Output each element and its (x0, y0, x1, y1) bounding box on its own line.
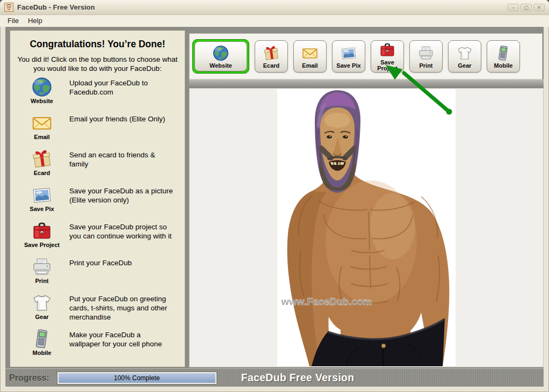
progress-bar: 100% Complete (57, 372, 216, 384)
sidebar-item-ecard: Ecard Send an ecard to friends & family (10, 148, 185, 184)
toolbar-button-gear[interactable]: Gear (448, 40, 481, 72)
toolbar-button-label: Save Pix (336, 63, 360, 69)
sidebar-item-caption: Email (34, 134, 49, 140)
sidebar-item-website: Website Upload your FaceDub to Facedub.c… (10, 76, 185, 112)
printer-icon (31, 256, 53, 278)
facedub-photo: www.FaceDub.com (277, 89, 456, 366)
globe-icon (212, 45, 229, 62)
app-icon (4, 3, 13, 12)
sidebar-item-save-pix: Save Pix Save your FaceDub as a picture … (10, 184, 185, 220)
main-canvas: www.FaceDub.com (189, 88, 544, 367)
tshirt-icon (31, 292, 53, 314)
toolbar-button-wrap-print: Print (409, 40, 443, 72)
toolbar-button-save-project[interactable]: Save Project (371, 40, 404, 72)
window-title: FaceDub - Free Version (17, 3, 95, 11)
watermark: www.FaceDub.com (281, 296, 372, 307)
globe-icon (31, 76, 53, 98)
gift-icon (263, 45, 280, 62)
toolbar-button-mobile[interactable]: Mobile (487, 40, 520, 72)
title-bar: FaceDub - Free Version – ▢ ✕ (0, 0, 549, 15)
toolbar-button-label: Email (302, 63, 317, 69)
toolbar-button-wrap-gear: Gear (448, 40, 481, 72)
toolbar-button-ecard[interactable]: Ecard (255, 40, 288, 72)
toolbar-button-save-pix[interactable]: Save Pix (332, 40, 365, 72)
sidebar-item-mobile: Mobile Make your FaceDub a wallpaper for… (10, 328, 185, 364)
sidebar-item-description: Upload your FaceDub to Facedub.com (61, 76, 179, 97)
status-bar: Progress: 100% Complete FaceDub Free Ver… (5, 368, 544, 387)
toolbar-button-label: Website (210, 63, 232, 69)
gift-icon (31, 148, 53, 170)
toolbar-button-wrap-mobile: Mobile (487, 40, 520, 72)
progress-value: 100% Complete (59, 373, 215, 383)
sidebar-item-description: Save your FaceDub project so you can con… (61, 220, 179, 241)
toolbar-button-wrap-save-project: Save Project (371, 40, 404, 72)
toolbar-button-wrap-ecard: Ecard (255, 40, 288, 72)
sidebar-item-description: Save your FaceDub as a picture (Elite ve… (61, 184, 179, 205)
toolbar-button-print[interactable]: Print (409, 40, 443, 72)
toolbar-button-email[interactable]: Email (293, 40, 327, 72)
sidebar-panel: Congratulations! You’re Done! You did it… (10, 30, 185, 367)
sidebar-list: Website Upload your FaceDub to Facedub.c… (10, 76, 185, 364)
progress-label: Progress: (9, 373, 49, 383)
maximize-button[interactable]: ▢ (521, 4, 532, 11)
sidebar-item-caption: Save Project (24, 242, 60, 248)
sidebar-item-description: Put your FaceDub on greeting cards, t-sh… (61, 292, 179, 322)
sidebar-item-caption: Ecard (34, 170, 50, 176)
sidebar-item-email: Email Email your friends (Elite Only) (10, 112, 185, 148)
menu-item-help[interactable]: Help (24, 16, 48, 26)
phone-icon (31, 328, 53, 350)
minimize-button[interactable]: – (508, 4, 519, 11)
toolbar-button-label: Print (419, 63, 432, 69)
toolbar-button-label: Save Project (372, 60, 402, 71)
sidebar-item-caption: Mobile (33, 350, 52, 356)
printer-icon (417, 45, 435, 62)
toolbar-separator (189, 79, 544, 88)
sidebar-item-save-project: Save Project Save your FaceDub project s… (10, 220, 185, 256)
toolbar-panel: Website Ecard Email Save Pix Save Projec… (189, 33, 543, 79)
sidebar-item-caption: Gear (35, 314, 48, 320)
app-window: FaceDub - Free Version – ▢ ✕ File Help C… (0, 0, 549, 392)
sidebar-item-description: Print your FaceDub (61, 256, 179, 267)
sidebar-subheading: You did it! Click on the top buttons to … (17, 55, 178, 73)
sidebar-item-caption: Website (31, 98, 53, 104)
email-icon (31, 112, 53, 134)
toolbar-button-wrap-save-pix: Save Pix (332, 40, 365, 72)
menu-bar: File Help (0, 15, 549, 27)
toolbox-icon (379, 41, 396, 59)
phone-icon (495, 45, 512, 62)
toolbar-button-wrap-website: Website (192, 39, 249, 74)
toolbar-button-label: Ecard (263, 63, 280, 69)
toolbar-button-wrap-email: Email (293, 40, 327, 72)
picture-icon (31, 184, 53, 206)
sidebar-item-print: Print Print your FaceDub (10, 256, 185, 292)
sidebar-item-gear: Gear Put your FaceDub on greeting cards,… (10, 292, 185, 328)
toolbar-button-label: Mobile (494, 63, 513, 69)
toolbar-button-label: Gear (458, 63, 471, 69)
email-icon (301, 45, 319, 62)
sidebar-item-description: Email your friends (Elite Only) (61, 112, 179, 124)
sidebar-item-caption: Save Pix (30, 206, 54, 212)
sidebar-item-caption: Print (35, 278, 48, 284)
status-caption: FaceDub Free Version (241, 372, 355, 384)
close-button[interactable]: ✕ (533, 4, 545, 11)
menu-item-file[interactable]: File (4, 16, 24, 26)
sidebar-item-description: Send an ecard to friends & family (61, 148, 179, 169)
window-controls: – ▢ ✕ (508, 4, 545, 11)
toolbox-icon (31, 220, 53, 242)
toolbar-button-website[interactable]: Website (194, 41, 247, 71)
tshirt-icon (456, 45, 473, 62)
picture-icon (340, 45, 357, 62)
sidebar-item-description: Make your FaceDub a wallpaper for your c… (61, 328, 179, 349)
sidebar-heading: Congratulations! You’re Done! (10, 39, 185, 50)
